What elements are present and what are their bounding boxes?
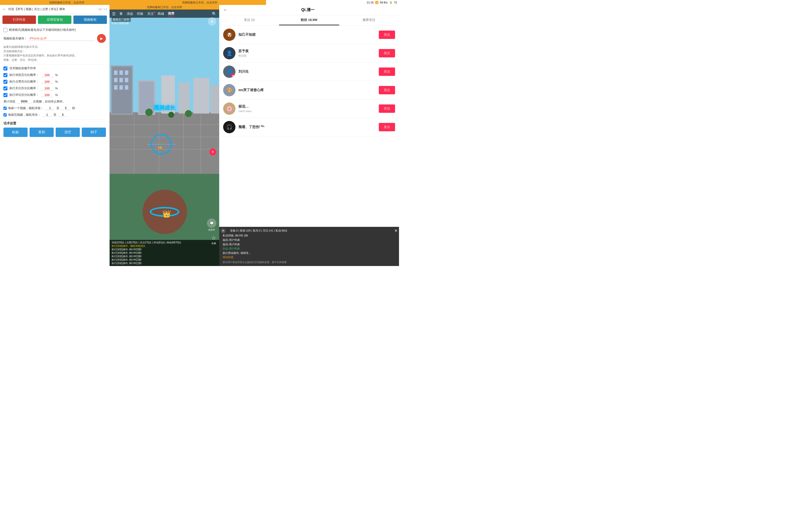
overlay-note: 部分用户来自抖音火山版或已开启隐私设置，暂不支持查看 [223, 261, 396, 264]
follow-btn-6[interactable]: 关注 [379, 123, 395, 131]
menu-icon[interactable]: ☰ [112, 12, 115, 16]
avatar-6: 🎧 [223, 121, 235, 133]
middle-notify-bar[interactable]: 无障碍服务已开启，点击关闭 [110, 5, 219, 10]
per-video-unit: 秒 [72, 106, 75, 110]
follow-btn-2[interactable]: 关注 [379, 49, 395, 57]
per-complete-max[interactable] [58, 113, 68, 117]
svg-point-25 [145, 109, 153, 116]
total-browse-row: 累计浏览 次视频，自动停止脚本。 [3, 99, 106, 104]
follow-btn-1[interactable]: 关注 [379, 31, 395, 39]
keyword-input[interactable] [28, 36, 95, 41]
open-douyin-button[interactable]: 打开抖音 [2, 16, 36, 24]
comment-pct: % [55, 93, 58, 97]
action-buttons: 打开抖音 应用安装包 视频教程 [0, 14, 109, 26]
follow-rate-checkbox[interactable] [3, 87, 7, 90]
paste-button[interactable]: 粘贴 [3, 128, 27, 137]
follow-btn-5[interactable]: 关注 [379, 104, 395, 113]
overlay-log-3: 到达-用户列表 [223, 247, 396, 251]
left-header-title: 抖音【养号 | 视频 | 关注 | 点赞 | 评论】脚本 [8, 7, 65, 11]
add-button[interactable]: + [209, 149, 216, 155]
video-tutorial-button[interactable]: 视频教程 [73, 16, 107, 24]
like-rate-checkbox[interactable] [3, 80, 7, 84]
total-browse-label: 累计浏览 [3, 99, 15, 104]
example-button[interactable]: 例子 [82, 128, 106, 137]
status-battery: 🔋 [389, 1, 393, 4]
desc-line2: 开启精准模式后： [3, 49, 106, 54]
user-sub-2: 然后呢 [239, 54, 376, 58]
middle-notify-text: 无障碍服务已开启，点击关闭 [147, 6, 182, 8]
top-bar-middle[interactable]: 无障碍服务已开启，点击关闭 [133, 0, 266, 5]
install-button[interactable]: 应用安装包 [38, 16, 72, 24]
tab-fans[interactable]: 粉丝 18.9W [279, 15, 339, 25]
bottom-status: 浏览[329]次 | 点赞[78]次 | 关注[73]次 | 评论[81]次 |… [110, 240, 219, 266]
search-icon[interactable]: 🔍 [212, 12, 217, 16]
comment-rate-input[interactable] [41, 93, 53, 97]
total-browse-input[interactable] [17, 100, 32, 103]
mid-nav-bar: ☰ 番 清远 经验 关注 商城 推荐 🔍 [110, 10, 219, 18]
per-video-max[interactable] [61, 107, 71, 110]
tab-follow[interactable]: 关注 13 [219, 15, 279, 25]
avatar-1: 🐶 [223, 28, 235, 41]
log-lines: 执行[浏览]操作，随机浏览[3]次 执行[浏览]操作, 倒计时[5]秒 执行[浏… [112, 244, 217, 265]
follow-btn-4[interactable]: 关注 [379, 86, 395, 94]
browse-rate-checkbox[interactable] [3, 73, 7, 77]
avatar-icon-1: 🐶 [223, 28, 235, 41]
user-item: 🎨 wo哭了谁曾心疼 关注 [219, 81, 399, 99]
browse-rate-input[interactable] [41, 73, 53, 77]
precise-mode-row: 精准模式(视频标题包含以下关键词则执行相关操作) [3, 28, 106, 32]
per-video-label: 每刷一个视频，随机停留： [8, 106, 43, 110]
clear-button[interactable]: 清空 [56, 128, 80, 137]
per-complete-checkbox[interactable] [3, 113, 7, 116]
random-prefix-checkbox[interactable] [3, 66, 7, 71]
right-title: Qi.清一 [230, 7, 386, 13]
tab-recommend[interactable]: 推荐关注 [339, 15, 399, 25]
user-item: 🎧 颓廢、了悲伤ʲ ᵀᴱᴸ 关注 [219, 118, 399, 136]
desc-line4: 弹幕、点赞、关注、评论]等。 [3, 58, 106, 62]
svg-rect-15 [125, 78, 128, 82]
play-button[interactable]: ▶ [97, 34, 106, 43]
per-video-checkbox[interactable] [3, 107, 7, 110]
nav-qingyuan[interactable]: 清远 [127, 12, 133, 16]
log-line-5: 执行[浏览]操作, 倒计时[1]秒 [112, 262, 217, 265]
middle-panel: 无障碍服务已开启，点击关闭 [110, 5, 219, 266]
nav-jingyan[interactable]: 经验 [137, 12, 143, 16]
city-svg [110, 10, 219, 215]
follow-btn-3[interactable]: 关注 [379, 68, 395, 76]
pause-button[interactable]: ⏸ [208, 17, 216, 25]
follow-rate-input[interactable] [41, 87, 53, 90]
avatar-5: 🌸 [223, 102, 235, 115]
browse-pct: % [55, 73, 58, 77]
user-item: 👤 ▶ 刘川生 关注 [219, 62, 399, 81]
user-name-4: wo哭了谁曾心疼 [239, 88, 376, 92]
like-rate-label: 执行点赞百分比概率： [10, 79, 39, 84]
nav-fan[interactable]: 番 [119, 12, 123, 16]
game-background: 👑 +4 [110, 10, 219, 266]
comment-rate-checkbox[interactable] [3, 93, 7, 97]
stats-text: 浏览[329]次 | 点赞[78]次 | 关注[73]次 | 评论[81]次 |… [112, 241, 181, 244]
tab-follow-label: 关注 13 [244, 18, 255, 22]
comment-circle: 💬 [207, 218, 216, 228]
per-complete-min[interactable] [42, 113, 52, 117]
precise-mode-checkbox[interactable] [3, 28, 7, 32]
nav-guanzhu[interactable]: 关注 [147, 12, 154, 16]
svg-rect-20 [139, 81, 154, 114]
star-button[interactable]: ☆ 收藏 [211, 235, 216, 245]
per-video-min[interactable] [45, 107, 55, 110]
top-bar-left[interactable]: 无障碍服务已开启，点击关闭 [0, 0, 133, 5]
per-video-row: 每刷一个视频，随机停留： 至 秒 [3, 106, 106, 110]
user-name-2: 苏予夜 [239, 49, 376, 54]
copy-button[interactable]: 复制 [30, 128, 54, 137]
svg-rect-23 [193, 78, 209, 114]
back-button[interactable]: ← [2, 7, 6, 11]
nav-recommend[interactable]: 推荐 [168, 11, 174, 16]
like-rate-input[interactable] [41, 80, 53, 84]
top-bar-middle-text: 无障碍服务已开启，点击关闭 [182, 1, 217, 4]
status-wifi-icon: 📶 [375, 1, 379, 4]
overlay-close-button[interactable]: ✕ [394, 228, 398, 233]
user-sub-5: catch stars． [239, 109, 376, 113]
right-back-button[interactable]: ← [223, 7, 228, 13]
nav-mall[interactable]: 商城 [158, 12, 164, 16]
comment-button[interactable]: 💬 抢首评 [207, 218, 216, 231]
user-item: 👤 苏予夜 然后呢 关注 [219, 44, 399, 62]
overlay-left-close[interactable]: ✕ [221, 228, 226, 233]
